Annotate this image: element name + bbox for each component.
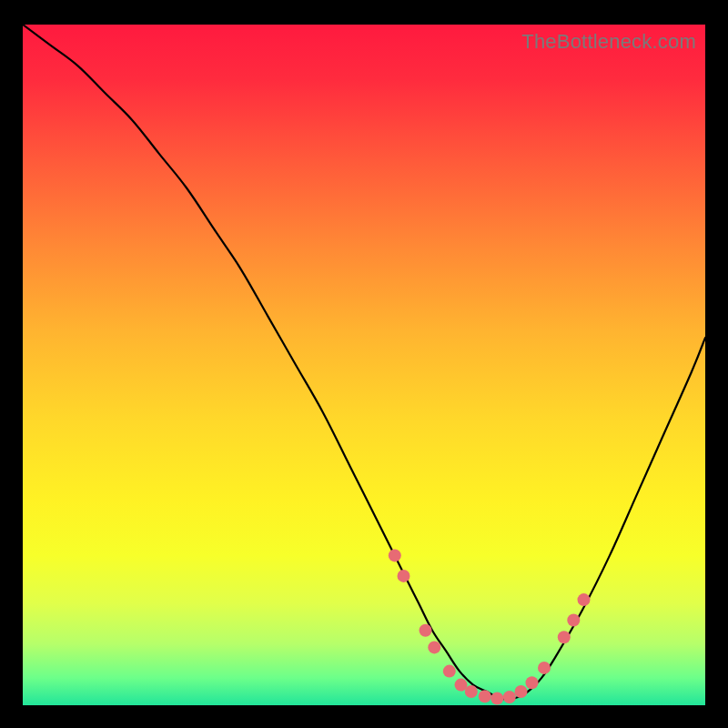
- bottleneck-curve: [23, 25, 705, 700]
- curve-dot: [389, 549, 401, 561]
- curve-dot: [443, 665, 456, 678]
- curve-dot: [428, 641, 440, 653]
- curve-dot: [567, 614, 580, 627]
- curve-dot: [578, 593, 591, 606]
- curve-dot: [465, 685, 478, 698]
- curve-dot: [526, 676, 539, 689]
- curve-dot: [420, 624, 432, 637]
- curve-highlight-dots: [389, 549, 591, 704]
- curve-dot: [398, 570, 410, 582]
- watermark-text: TheBottleneck.com: [521, 30, 696, 54]
- curve-dot: [503, 691, 516, 703]
- chart-plot-area: TheBottleneck.com: [23, 25, 705, 705]
- curve-dot: [479, 690, 491, 703]
- curve-dot: [515, 685, 528, 698]
- curve-dot: [490, 693, 503, 705]
- chart-svg: [23, 25, 705, 705]
- curve-dot: [538, 662, 551, 674]
- curve-dot: [558, 631, 571, 643]
